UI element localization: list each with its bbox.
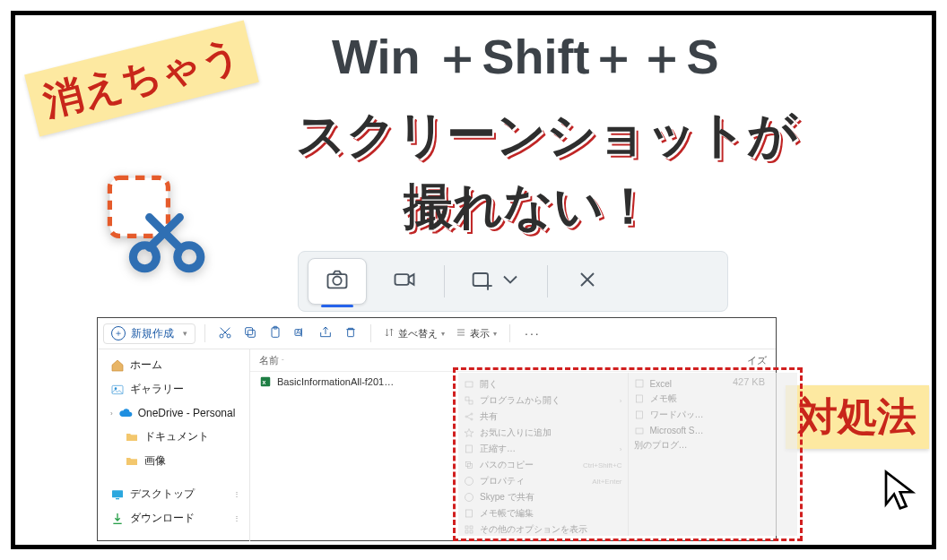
- sidebar-item-pictures[interactable]: 画像: [105, 451, 246, 471]
- gallery-icon: [110, 383, 125, 397]
- share-icon: [318, 325, 333, 342]
- ctx-sub-excel[interactable]: Excel: [634, 378, 793, 389]
- plus-icon: ＋: [111, 326, 126, 340]
- ctx-sub-wordpad[interactable]: ワードパッ…: [634, 409, 793, 421]
- svg-rect-36: [465, 397, 469, 401]
- ctx-sub-other[interactable]: 別のプログ…: [634, 439, 793, 452]
- explorer-sidebar: ホーム ギャラリー › OneDrive - Personal ドキュメント: [98, 349, 250, 541]
- sidebar-item-label: 画像: [144, 453, 166, 469]
- svg-rect-8: [474, 273, 488, 286]
- note-icon: [634, 393, 645, 404]
- ctx-notepad[interactable]: メモ帳で編集: [464, 507, 622, 520]
- svg-rect-49: [466, 510, 473, 517]
- toolbar-divider: [444, 265, 445, 297]
- file-pane: 名前 ˇ イズ x BasicInformationAll-f201… 427 …: [250, 349, 776, 541]
- ctx-open[interactable]: 開く: [464, 378, 622, 391]
- divider: [370, 324, 371, 342]
- share-icon: [464, 411, 474, 422]
- svg-rect-18: [246, 327, 253, 334]
- col-size[interactable]: イズ: [738, 354, 776, 367]
- info-icon: [464, 476, 474, 487]
- svg-rect-46: [468, 464, 473, 469]
- ctx-skype[interactable]: Skype で共有: [464, 491, 622, 504]
- chevron-down-icon: ▾: [493, 330, 497, 338]
- copy-button[interactable]: [239, 323, 261, 344]
- svg-rect-7: [395, 274, 409, 285]
- badge-solution: 対処法: [786, 385, 929, 449]
- svg-rect-37: [469, 401, 473, 404]
- context-menu-area: 開く プログラムから開く› 共有 お気に入りに追加 正縮す…› パスのコピーCt…: [453, 367, 803, 541]
- file-name: BasicInformationAll-f201…: [277, 376, 456, 387]
- svg-point-39: [471, 413, 473, 415]
- home-icon: [110, 358, 125, 373]
- path-icon: [464, 460, 474, 470]
- sidebar-item-onedrive[interactable]: › OneDrive - Personal: [105, 403, 246, 423]
- svg-rect-30: [112, 490, 123, 497]
- cut-button[interactable]: [214, 323, 236, 344]
- paste-button[interactable]: [265, 323, 286, 344]
- sidebar-item-gallery[interactable]: ギャラリー: [105, 379, 246, 400]
- svg-rect-52: [465, 530, 468, 533]
- rename-button[interactable]: A: [290, 323, 311, 344]
- open-icon: [464, 379, 474, 390]
- ctx-copy-path[interactable]: パスのコピーCtrl+Shift+C: [464, 459, 622, 471]
- svg-marker-43: [465, 429, 474, 437]
- delete-button[interactable]: [340, 323, 361, 344]
- excel-file-icon: x: [259, 375, 272, 388]
- ctx-more[interactable]: その他のオプションを表示: [464, 523, 622, 536]
- sort-icon: [384, 327, 395, 340]
- chevron-down-icon: ▾: [183, 329, 187, 338]
- svg-point-47: [465, 478, 474, 486]
- skype-icon: [464, 492, 474, 503]
- svg-rect-24: [348, 329, 354, 336]
- sidebar-item-desktop[interactable]: デスクトップ ⋮: [105, 484, 246, 504]
- svg-rect-44: [466, 445, 473, 452]
- sidebar-item-label: ギャラリー: [130, 382, 184, 397]
- close-snip-button[interactable]: [559, 259, 616, 304]
- svg-rect-17: [248, 330, 255, 337]
- ctx-sub-notepad[interactable]: メモ帳: [634, 392, 793, 405]
- trash-icon: [343, 325, 358, 342]
- excel-icon: [634, 378, 645, 389]
- sidebar-item-label: ダウンロード: [130, 511, 195, 526]
- snip-photo-tab[interactable]: [308, 258, 367, 305]
- zip-icon: [464, 444, 474, 454]
- sidebar-item-downloads[interactable]: ダウンロード ⋮: [105, 508, 246, 529]
- new-button[interactable]: ＋ 新規作成 ▾: [103, 323, 195, 344]
- svg-rect-57: [636, 428, 643, 434]
- svg-point-4: [178, 246, 201, 269]
- more-button[interactable]: ···: [519, 326, 546, 340]
- clipboard-icon: [268, 325, 282, 342]
- context-menu[interactable]: 開く プログラムから開く› 共有 お気に入りに追加 正縮す…› パスのコピーCt…: [458, 373, 797, 536]
- svg-point-6: [333, 277, 341, 285]
- close-icon: [575, 267, 600, 296]
- svg-point-29: [115, 387, 117, 390]
- new-button-label: 新規作成: [131, 326, 174, 341]
- title-line-3: 撮れない！: [404, 174, 653, 240]
- svg-rect-31: [116, 498, 119, 499]
- col-name[interactable]: 名前 ˇ: [250, 354, 456, 367]
- share-button[interactable]: [315, 323, 336, 344]
- ctx-properties[interactable]: プロパティAlt+Enter: [464, 475, 622, 487]
- sidebar-item-documents[interactable]: ドキュメント: [105, 426, 246, 447]
- ctx-open-with[interactable]: プログラムから開く›: [464, 394, 622, 407]
- ctx-sub-store[interactable]: Microsoft S…: [634, 425, 793, 435]
- ctx-favorite[interactable]: お気に入りに追加: [464, 426, 622, 439]
- divider: [204, 324, 205, 342]
- snip-video-tab[interactable]: [376, 259, 433, 304]
- sort-menu[interactable]: 並べ替え ▾: [380, 327, 448, 340]
- store-icon: [634, 425, 645, 435]
- view-icon: [456, 327, 466, 340]
- view-menu[interactable]: 表示 ▾: [452, 327, 500, 340]
- new-snip-icon: [469, 267, 494, 296]
- ctx-share[interactable]: 共有: [464, 410, 622, 423]
- svg-rect-50: [465, 526, 468, 529]
- sidebar-item-label: ホーム: [130, 358, 162, 373]
- svg-text:x: x: [263, 379, 266, 385]
- svg-rect-35: [465, 382, 473, 387]
- divider: [509, 324, 510, 342]
- new-snip-button[interactable]: [456, 259, 536, 304]
- ctx-compress[interactable]: 正縮す…›: [464, 443, 622, 455]
- desktop-icon: [110, 487, 125, 502]
- sidebar-item-home[interactable]: ホーム: [105, 355, 246, 375]
